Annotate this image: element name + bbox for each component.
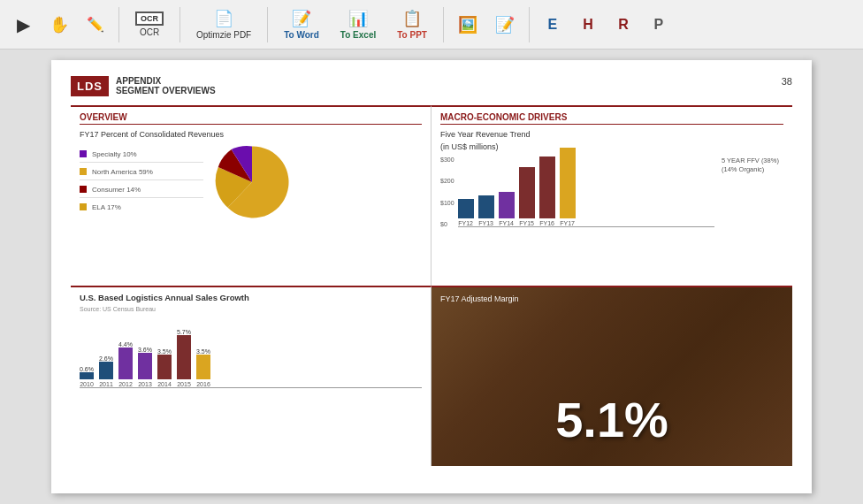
cursor-icon: ▶ [17,14,30,35]
overview-title: OVERVIEW [80,112,422,125]
select-tool-button[interactable]: ▶ [7,11,39,39]
macro-chart-area: $300 $200 $100 $0 FY12 FY13 [440,157,783,227]
pie-area: Specialty 10% North America 59% Consumer… [80,142,422,222]
sales-growth-section: U.S. Based Logistics Annual Sales Growth… [71,286,432,466]
sales-val-2010: 0.6% [80,366,94,372]
sales-bars-container: 0.6% 2010 2.6% 2011 4.4% 2012 [80,317,422,388]
optimize-pdf-button[interactable]: 📄 Optimzie PDF [187,5,260,43]
bar-fy13 [478,195,494,218]
separator1 [118,7,119,42]
doc-title1: APPENDIX [116,76,216,86]
macro-section: MACRO-ECONOMIC DRIVERS Five Year Revenue… [432,105,792,286]
optimize-icon: 📄 [214,9,233,28]
y-label-0: $0 [440,221,454,227]
sales-bar-2010: 0.6% 2010 [80,366,94,387]
legend-item-northamerica: North America 59% [80,168,203,180]
separator3 [267,7,268,42]
sales-yr-2013: 2013 [138,381,152,387]
extra-icon-5: R [618,17,629,33]
bar-2015 [177,335,191,379]
sales-bar-2011: 2.6% 2011 [99,355,113,387]
document-page: LDS APPENDIX SEGMENT OVERVIEWS 38 OVERVI… [51,60,812,493]
bar-label-fy13: FY13 [478,220,493,226]
extra-tool-6[interactable]: P [643,13,675,36]
bar-fy12 [458,199,474,218]
bar-2011 [99,362,113,379]
legend-color-consumer [80,186,87,193]
sales-val-2015: 5.7% [177,329,191,335]
legend-color-northamerica [80,168,87,175]
hand-icon: ✋ [50,15,69,34]
doc-title-block: APPENDIX SEGMENT OVERVIEWS [116,76,216,95]
to-ppt-button[interactable]: 📋 To PPT [388,5,436,43]
optimize-label: Optimzie PDF [196,30,251,40]
word-icon: 📝 [292,9,311,28]
legend-item-ela: ELA 17% [80,203,203,215]
bar-2014 [157,355,172,379]
sales-bar-2016: 3.5% 2016 [196,348,210,387]
sales-yr-2016: 2016 [196,381,210,387]
extra-tool-2[interactable]: 📝 [488,11,522,38]
legend-item-consumer: Consumer 14% [80,186,203,198]
macro-bar-subtitle: (in US$ millions) [440,142,783,151]
macro-bars: FY12 FY13 FY14 FY15 [458,157,714,227]
extra-tool-3[interactable]: E [537,13,569,36]
sales-yr-2014: 2014 [157,381,172,387]
sales-chart-title: U.S. Based Logistics Annual Sales Growth [80,293,422,302]
toolbar: ▶ ✋ ✏️ OCR OCR 📄 Optimzie PDF 📝 To Word … [0,0,863,50]
separator4 [443,7,444,42]
edit-tool-button[interactable]: ✏️ [80,12,111,36]
to-ppt-label: To PPT [397,30,427,40]
to-word-label: To Word [284,30,319,40]
extra-tool-1[interactable]: 🖼️ [451,11,485,38]
bar-label-fy16: FY16 [539,220,554,226]
macro-bar-fy14: FY14 [499,192,515,226]
bar-label-fy12: FY12 [458,220,473,226]
edit-icon: ✏️ [87,16,104,33]
ocr-button[interactable]: OCR OCR [126,8,172,41]
margin-label: FY17 Adjusted Margin [440,294,519,303]
bar-fy15 [519,167,535,218]
bar-fy17 [560,148,576,218]
macro-legend-text: 5 YEAR FFV (38%) (14% Organic) [722,157,779,173]
separator5 [529,7,530,42]
legend-label-specialty: Specialty 10% [92,150,137,158]
main-content: LDS APPENDIX SEGMENT OVERVIEWS 38 OVERVI… [0,50,863,504]
macro-legend: 5 YEAR FFV (38%) (14% Organic) [722,157,783,227]
sales-val-2011: 2.6% [99,355,113,362]
margin-value: 5.1% [555,391,668,448]
bar-label-fy17: FY17 [560,220,575,226]
ocr-label: OCR [140,27,159,37]
sales-val-2016: 3.5% [196,348,210,355]
bar-label-fy14: FY14 [499,220,514,226]
sales-yr-2015: 2015 [177,381,191,387]
legend-color-specialty [80,150,87,157]
excel-icon: 📊 [348,9,368,28]
bar-2010 [80,372,94,379]
extra-tool-5[interactable]: R [607,13,639,36]
macro-bar-fy12: FY12 [458,199,474,226]
sales-yr-2012: 2012 [118,381,133,387]
macro-bar-title: Five Year Revenue Trend [440,130,783,139]
extra-icon-6: P [654,17,664,33]
extra-icon-3: E [548,17,558,33]
to-excel-label: To Excel [340,30,376,40]
bar-label-fy15: FY15 [519,220,534,226]
page-number: 38 [782,76,792,87]
sales-bar-2013: 3.6% 2013 [138,347,152,387]
extra-tool-4[interactable]: H [572,13,604,36]
macro-title: MACRO-ECONOMIC DRIVERS [440,112,783,125]
pie-chart [212,142,292,222]
to-excel-button[interactable]: 📊 To Excel [332,5,385,43]
sales-source: Source: US Census Bureau [80,306,422,312]
sales-val-2012: 4.4% [118,341,133,347]
doc-header: LDS APPENDIX SEGMENT OVERVIEWS [71,76,792,96]
hand-tool-button[interactable]: ✋ [42,11,76,38]
content-grid: OVERVIEW FY17 Percent of Consolidated Re… [71,105,792,466]
ocr-icon: OCR [135,11,164,26]
to-word-button[interactable]: 📝 To Word [275,5,328,43]
legend-label-ela: ELA 17% [92,203,121,211]
bar-fy14 [499,192,515,218]
ppt-icon: 📋 [402,9,422,28]
sales-bar-2015: 5.7% 2015 [177,329,191,387]
